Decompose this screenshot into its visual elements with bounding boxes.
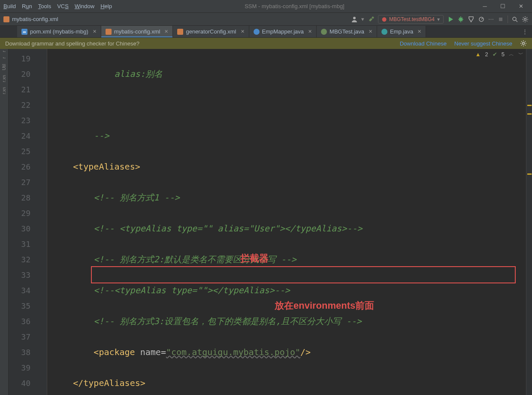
code-tag: typeAliases [83, 378, 140, 388]
tab-label: pom.xml (mybatis-mbg) [30, 28, 88, 35]
minimize-button[interactable]: ─ [477, 0, 493, 12]
typo-icon: ✔ [493, 51, 497, 58]
stripe-warning-mark[interactable] [527, 113, 532, 115]
stop-icon[interactable] [497, 16, 504, 23]
code-text: <!-- <typeAlias type="" alias="User"></t… [94, 223, 362, 234]
svg-point-4 [513, 17, 516, 21]
line-number: 36 [9, 313, 47, 329]
tab-mybatis-config[interactable]: mybatis-config.xml ✕ [101, 26, 173, 37]
tabs-overflow[interactable]: ⋮ [518, 26, 532, 37]
tab-mbgtest-java[interactable]: MBGTest.java ✕ [317, 26, 377, 37]
line-number: 30 [9, 221, 47, 236]
tab-generator-config[interactable]: generatorConfig.xml ✕ [173, 26, 249, 37]
svg-rect-3 [499, 18, 502, 21]
settings-gear-icon[interactable] [522, 16, 529, 23]
maximize-button[interactable]: ☐ [495, 0, 511, 12]
menu-build[interactable]: Build [3, 3, 16, 9]
chevron-down-icon[interactable]: ﹀ [518, 51, 523, 58]
tab-pom-xml[interactable]: m pom.xml (mybatis-mbg) ✕ [17, 26, 101, 37]
close-tab-icon[interactable]: ✕ [417, 29, 421, 34]
line-number: 31 [9, 236, 47, 252]
run-icon[interactable] [447, 16, 454, 23]
tab-label: Emp.java [390, 28, 413, 35]
window-title: SSM - mybatis-config.xml [mybatis-mbg] [118, 3, 471, 9]
left-tool-window-rail[interactable]: r r Util r.xn r.xn [0, 49, 9, 395]
svg-point-0 [353, 17, 356, 19]
rail-item[interactable]: r.xn [2, 75, 6, 82]
hammer-build-icon[interactable] [368, 16, 375, 23]
xml-file-icon [3, 16, 9, 22]
run-configuration-selector[interactable]: ⬤ MBGTest.testMBG4 ▾ [378, 15, 444, 24]
close-tab-icon[interactable]: ✕ [241, 29, 245, 34]
close-tab-icon[interactable]: ✕ [369, 29, 372, 34]
line-number: 26 [9, 159, 47, 174]
code-text: alias:别名 [115, 69, 163, 79]
nav-file: mybatis-config.xml [12, 16, 58, 22]
close-tab-icon[interactable]: ✕ [93, 29, 97, 34]
rail-item[interactable]: r [2, 57, 6, 58]
close-tab-icon[interactable]: ✕ [308, 29, 312, 34]
code-text: <!-- 别名方式3:设置包名，包下的类都是别名,且不区分大小写 --> [94, 316, 362, 326]
menu-vcs[interactable]: VCS [57, 3, 69, 9]
navigation-bar[interactable]: mybatis-config.xml [3, 16, 348, 22]
typo-count: 5 [502, 51, 505, 58]
java-interface-icon [254, 29, 260, 35]
tab-emp-java[interactable]: Emp.java ✕ [377, 26, 426, 37]
line-number: 24 [9, 128, 47, 143]
menu-run[interactable]: Run [22, 3, 32, 9]
close-tab-icon[interactable]: ✕ [164, 29, 168, 34]
code-string: "com.atguigu.mybatis.pojo" [166, 347, 300, 357]
banner-link-download[interactable]: Download Chinese [400, 40, 447, 47]
inspection-summary[interactable]: ▲2 ✔5 ︿ ﹀ [475, 51, 523, 58]
editor-notification-banner: Download grammar and spelling checker fo… [0, 38, 532, 49]
user-icon[interactable] [351, 16, 358, 23]
code-attr: name= [140, 347, 166, 357]
line-number: 29 [9, 205, 47, 221]
line-number: 37 [9, 329, 47, 344]
tab-label: generatorConfig.xml [186, 28, 236, 35]
code-text: --> [94, 131, 109, 141]
line-number: 19 [9, 51, 47, 66]
line-number: 38 [9, 344, 47, 360]
editor[interactable]: ▲2 ✔5 ︿ ﹀ 19 20 21 22 23 24 25 26 27 28 … [9, 49, 532, 395]
rail-item[interactable]: r.xn [2, 87, 6, 94]
tab-label: EmpMapper.java [262, 28, 304, 35]
run-config-label: MBGTest.testMBG4 [389, 16, 435, 22]
rail-item[interactable]: Util [2, 64, 6, 70]
error-stripe[interactable] [526, 49, 532, 395]
line-number: 21 [9, 82, 47, 97]
line-number: 27 [9, 174, 47, 190]
banner-link-never[interactable]: Never suggest Chinese [454, 40, 512, 47]
gutter[interactable]: 19 20 21 22 23 24 25 26 27 28 29 30 31 3… [9, 49, 47, 395]
java-class-icon [381, 29, 387, 35]
debug-icon[interactable] [457, 16, 464, 23]
menu-window[interactable]: Window [75, 3, 94, 9]
tab-empmapper-java[interactable]: EmpMapper.java ✕ [249, 26, 317, 37]
xml-file-icon [106, 29, 112, 35]
stripe-warning-mark[interactable] [527, 173, 532, 175]
close-button[interactable]: ✕ [513, 0, 529, 12]
code-text: <!-- 别名方式1 --> [94, 192, 179, 203]
java-test-icon [321, 29, 327, 35]
menu-help[interactable]: Help [100, 3, 112, 9]
code-area[interactable]: alias:别名 --> <typeAliases> <!-- 别名方式1 --… [47, 49, 526, 395]
maven-file-icon: m [21, 29, 27, 35]
warning-count: 2 [485, 51, 488, 58]
annotation-box [91, 266, 516, 283]
coverage-icon[interactable] [468, 16, 475, 23]
search-icon[interactable] [511, 16, 518, 23]
stripe-warning-mark[interactable] [527, 105, 532, 106]
code-tag: typeAliases [78, 161, 135, 172]
settings-gear-icon[interactable] [520, 40, 527, 47]
editor-tabs: m pom.xml (mybatis-mbg) ✕ mybatis-config… [0, 26, 532, 38]
profile-icon[interactable] [478, 16, 485, 23]
annotation-label-2: 放在environments前面 [275, 298, 374, 313]
line-number: 35 [9, 298, 47, 313]
line-number: 40 [9, 375, 47, 391]
svg-point-6 [523, 43, 525, 45]
chevron-up-icon[interactable]: ︿ [509, 51, 514, 58]
rail-item[interactable]: r [2, 51, 6, 52]
toolbar: mybatis-config.xml ▾ ⬤ MBGTest.testMBG4 … [0, 13, 532, 26]
line-number: 28 [9, 190, 47, 205]
menu-tools[interactable]: Tools [38, 3, 51, 9]
